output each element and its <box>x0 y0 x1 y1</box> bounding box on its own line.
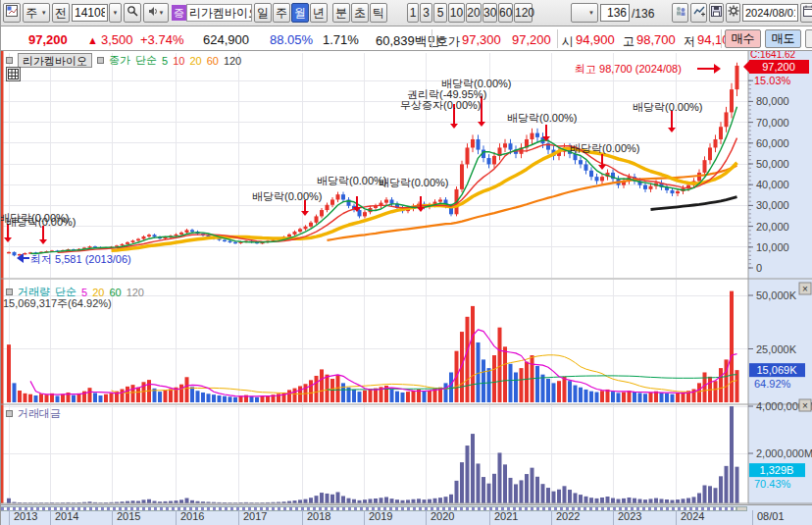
legend-ma-60: 60 <box>207 55 219 67</box>
volume-value: 624,900 <box>203 32 249 47</box>
tab-year[interactable]: 년 <box>310 3 328 23</box>
period-combo-value: 주 <box>25 6 37 20</box>
chart-canvas[interactable]: 010,00020,00030,00040,00050,00060,00070,… <box>1 51 812 504</box>
legend-ma-5: 5 <box>162 55 168 67</box>
x-axis-year-label: 2019 <box>364 510 392 525</box>
tab-month[interactable]: 월 <box>291 3 309 23</box>
tab-minute[interactable]: 분 <box>332 3 350 23</box>
x-axis-year-label: 08/01 <box>752 510 785 525</box>
legend-price-type: 종가 <box>109 53 130 68</box>
up-arrow-icon: ▲ <box>87 34 98 46</box>
x-axis-year-label: 2016 <box>176 510 204 525</box>
search-icon[interactable] <box>124 3 141 23</box>
high-price: 98,700 <box>636 32 676 47</box>
candle-count-total: /136 <box>632 7 654 21</box>
price-info-bar: 97,200 ▲ 3,500 +3.74% 624,900 88.05% 1.7… <box>1 26 812 51</box>
candle-count-input[interactable] <box>600 4 630 22</box>
event-annotation: 배당락(0.00%) <box>252 190 323 202</box>
event-annotation: 최고 98,700 (2024/08) <box>575 63 682 75</box>
current-price: 97,200 <box>28 32 68 47</box>
tab-second[interactable]: 초 <box>351 3 369 23</box>
legend-ma-120: 120 <box>224 55 241 67</box>
low-label: 저 <box>684 33 695 50</box>
tab-day[interactable]: 일 <box>254 3 272 23</box>
y-axis-volume-label: 50,000K <box>756 289 797 301</box>
prev-stock-button[interactable]: 전 <box>52 3 70 23</box>
trade-amount: 60,839백만 <box>376 32 440 50</box>
price-change-pct: +3.74% <box>140 32 183 47</box>
chart-form-icon[interactable] <box>3 3 21 23</box>
tab-tick[interactable]: 틱 <box>370 3 387 23</box>
settings-gear-icon[interactable] <box>726 3 740 23</box>
tab-week[interactable]: 주 <box>273 3 290 23</box>
toolbar: 주 ▼ 전 ▼ ▼ 증 리가켐바이오 일 주 월 년 분 초 틱 1 3 5 1… <box>1 0 812 26</box>
event-annotation: 최저 5,581 (2013/06) <box>30 253 131 265</box>
grid-toggle-icon[interactable] <box>6 67 21 81</box>
h-scrollbar-end[interactable] <box>736 506 747 511</box>
volume-ma5-line <box>30 330 737 396</box>
interval-10[interactable]: 10 <box>448 3 465 23</box>
legend-bullet-icon <box>6 57 13 64</box>
interval-1[interactable]: 1 <box>407 3 419 23</box>
value-badge-text: 1,329B <box>760 464 794 476</box>
y-axis-price-label: 70,000 <box>756 117 789 129</box>
open-label: 시 <box>562 33 574 50</box>
event-annotation: 배당락(0.00%) <box>633 101 703 113</box>
bid-price: 97,200 <box>512 32 551 47</box>
buy-button[interactable]: 매수 <box>725 29 761 48</box>
hoga-label: 호가 <box>436 33 460 50</box>
x-axis-band: 2013201420152016201720182019202020212022… <box>1 504 812 525</box>
chevron-down-icon: ▼ <box>41 10 47 16</box>
interval-combo[interactable]: ▼ <box>571 3 598 23</box>
sell-button[interactable]: 매도 <box>765 29 801 48</box>
volume-pct-label: 64.92% <box>754 378 791 390</box>
index-overlay-value: C:1641.62 <box>750 51 796 60</box>
ma120-line <box>651 197 737 210</box>
legend-ma-10: 10 <box>173 55 184 67</box>
x-axis-year-label: 2023 <box>613 510 641 525</box>
open-price: 94,900 <box>576 32 615 47</box>
sound-icon[interactable]: ▼ <box>143 3 169 23</box>
avg-button[interactable]: 평 <box>805 29 812 48</box>
volume-detail-text: 15,069,317주(64.92%) <box>3 296 112 311</box>
interval-60[interactable]: 60 <box>498 3 513 23</box>
save-icon[interactable] <box>709 3 724 23</box>
stock-chart-window: 주 ▼ 전 ▼ ▼ 증 리가켐바이오 일 주 월 년 분 초 틱 1 3 5 1… <box>0 0 812 525</box>
chart-area: 010,00020,00030,00040,00050,00060,00070,… <box>1 51 812 504</box>
calendar-icon[interactable] <box>800 3 812 23</box>
volume-ratio: 88.05% <box>270 32 313 47</box>
y-axis-price-label: 60,000 <box>756 137 789 149</box>
x-axis-year-label: 2017 <box>238 510 267 525</box>
y-axis-price-label: 40,000 <box>756 179 789 190</box>
code-dropdown-icon[interactable]: ▼ <box>109 3 122 23</box>
y-axis-price-label: 10,000 <box>756 241 789 253</box>
chevron-down-icon: ▼ <box>588 10 594 16</box>
event-annotation: 배당락(0.00%) <box>317 175 387 186</box>
volume-ma-120: 120 <box>127 287 144 298</box>
trade-value-bars <box>7 406 739 503</box>
y-axis-price-label: 0 <box>756 262 762 274</box>
stock-code-input[interactable] <box>72 4 108 22</box>
price-change-pct-label: 15.03% <box>754 75 791 86</box>
event-annotation: 배당락(0.00%) <box>6 216 76 228</box>
interval-20[interactable]: 20 <box>466 3 482 23</box>
price-change: 3,500 <box>101 32 133 47</box>
compare-stocks-icon[interactable] <box>672 3 688 23</box>
trade-value-legend: 거래대금 <box>6 406 61 421</box>
event-annotation: 배당락(0.00%) <box>507 112 578 124</box>
main-chart-legend: 리가켐바이오 종가 단순 5 10 20 60 120 <box>6 53 241 68</box>
interval-120[interactable]: 120 <box>514 3 533 23</box>
period-type-combo[interactable]: 주 ▼ <box>23 3 50 23</box>
legend-stock-name[interactable]: 리가켐바이오 <box>18 53 92 68</box>
interval-3[interactable]: 3 <box>420 3 432 23</box>
date-input[interactable] <box>742 4 798 22</box>
x-axis-year-label: 2022 <box>551 510 580 525</box>
legend-ma-20: 20 <box>189 55 201 67</box>
interval-5[interactable]: 5 <box>433 3 447 23</box>
add-indicator-icon[interactable] <box>690 3 707 23</box>
x-axis-year-label: 2018 <box>302 510 330 525</box>
interval-30[interactable]: 30 <box>482 3 497 23</box>
candlesticks <box>7 63 739 256</box>
volume-ma20-line <box>112 355 737 394</box>
close-x-glyph: × <box>802 400 808 411</box>
